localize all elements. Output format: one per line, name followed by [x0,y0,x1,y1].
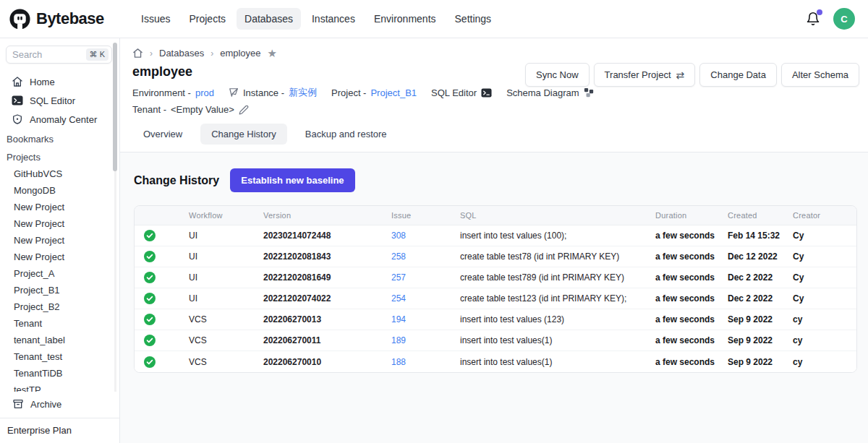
issue-link[interactable]: 257 [391,272,406,283]
issue-link[interactable]: 194 [391,314,406,324]
sidebar-item-sql-editor[interactable]: SQL Editor [6,91,112,110]
sidebar-item-label: SQL Editor [30,95,75,106]
breadcrumb-home-icon[interactable] [132,48,143,59]
workflow-cell: UI [189,231,263,241]
sidebar-project-item[interactable]: Tenant_test [6,348,112,365]
tab-overview[interactable]: Overview [132,124,193,145]
workflow-cell: VCS [189,314,263,324]
table-body: UI 20230214072448 308 insert into test v… [135,225,856,372]
version-cell: 20230214072448 [263,231,391,241]
sidebar-project-item[interactable]: GitHubVCS [6,165,112,182]
breadcrumb-separator: › [150,48,153,59]
nav-item-issues[interactable]: Issues [133,8,178,30]
workflow-cell: UI [189,251,263,262]
top-navigation: IssuesProjectsDatabasesInstancesEnvironm… [133,8,499,30]
column-header: Created [728,211,793,220]
column-header: Issue [391,211,460,220]
nav-item-databases[interactable]: Databases [237,8,301,30]
sidebar-item-label: Anomaly Center [30,114,97,125]
sidebar-item-label: Archive [30,399,61,410]
issue-link[interactable]: 188 [391,357,406,367]
tab-change-history[interactable]: Change History [200,124,287,145]
meta-schema-diagram[interactable]: Schema Diagram [506,87,593,98]
meta-environment: Environment - prod [132,87,214,98]
issue-link[interactable]: 254 [391,293,406,304]
edit-pencil-icon[interactable] [239,105,249,115]
user-avatar[interactable]: C [833,8,855,30]
issue-cell: 258 [391,251,460,262]
sidebar-item-archive[interactable]: Archive [0,392,119,418]
sidebar-item-home[interactable]: Home [6,72,112,91]
status-cell [135,230,189,241]
search-shortcut-kbd: ⌘ K [86,48,109,61]
sidebar-project-item[interactable]: Tenant [6,315,112,332]
environment-link[interactable]: prod [195,87,214,98]
success-check-icon [144,314,156,325]
sidebar-project-item[interactable]: New Project [6,199,112,215]
creator-cell: cy [793,335,856,345]
main-area: › Databases › employee ★ employee Enviro… [120,38,868,443]
meta-label: Schema Diagram [506,87,579,98]
sidebar-project-item[interactable]: Project_A [6,265,112,282]
issue-link[interactable]: 189 [391,335,406,345]
sidebar-project-item[interactable]: MongoDB [6,182,112,199]
sidebar-project-item[interactable]: tenant_label [6,332,112,348]
sidebar-item-anomaly-center[interactable]: Anomaly Center [6,110,112,129]
column-header: Duration [655,211,728,220]
transfer-project-button[interactable]: Transfer Project ⇄ [594,63,696,87]
bookmark-star-icon[interactable]: ★ [268,48,277,59]
meta-instance: Instance - 新实例 [229,86,317,99]
version-cell: 202206270011 [263,335,391,345]
search-box[interactable]: ⌘ K [6,46,112,64]
version-cell: 20221202081649 [263,272,391,283]
sidebar-project-item[interactable]: New Project [6,232,112,249]
meta-label: Tenant - [132,104,166,115]
table-row: UI 20221202081843 258 create table test7… [135,246,856,267]
notifications-bell-icon[interactable] [806,12,820,26]
meta-label: Instance - [243,87,284,98]
tab-backup-and-restore[interactable]: Backup and restore [294,124,398,145]
workflow-cell: UI [189,272,263,283]
establish-baseline-button[interactable]: Establish new baseline [230,168,354,192]
sql-cell: create table test789 (id int PRIMARY KEY… [460,272,655,283]
sidebar-project-item[interactable]: TenantTiDB [6,365,112,382]
nav-item-instances[interactable]: Instances [304,8,363,30]
status-cell [135,272,189,283]
change-data-button[interactable]: Change Data [699,63,777,87]
nav-item-settings[interactable]: Settings [447,8,500,30]
sql-cell: insert into test values (100); [460,231,655,241]
workflow-cell: VCS [189,335,263,345]
sidebar-project-item[interactable]: New Project [6,215,112,232]
issue-cell: 254 [391,293,460,304]
meta-sql-editor[interactable]: SQL Editor [431,87,492,98]
notification-dot [817,9,822,15]
alter-schema-button[interactable]: Alter Schema [781,63,859,87]
duration-cell: a few seconds [655,293,728,304]
sidebar: ⌘ K Home SQL Editor [0,38,120,443]
sidebar-project-item[interactable]: Project_B2 [6,298,112,315]
sidebar-item-label: Home [30,77,55,87]
created-cell: Dec 2 2022 [728,272,793,283]
nav-item-environments[interactable]: Environments [366,8,444,30]
version-cell: 20221202081843 [263,251,391,262]
breadcrumb-databases[interactable]: Databases [159,48,204,59]
table-row: UI 20221202081649 257 create table test7… [135,267,856,288]
sidebar-scrollbar-thumb[interactable] [113,43,117,171]
sidebar-project-item[interactable]: Project_B1 [6,282,112,298]
project-link[interactable]: Project_B1 [370,87,417,98]
nav-item-projects[interactable]: Projects [181,8,234,30]
issue-link[interactable]: 308 [391,231,406,241]
sidebar-project-item[interactable]: New Project [6,249,112,265]
issue-link[interactable]: 258 [391,251,406,262]
breadcrumb-employee[interactable]: employee [220,48,260,59]
instance-link[interactable]: 新实例 [289,86,317,99]
sync-now-button[interactable]: Sync Now [525,63,590,87]
bytebase-logo[interactable]: Bytebase [9,8,122,30]
search-input[interactable] [12,49,75,60]
column-header: Version [263,211,391,220]
sidebar-project-list: GitHubVCSMongoDBNew ProjectNew ProjectNe… [6,165,112,415]
created-cell: Dec 2 2022 [728,293,793,304]
content-area: Change History Establish new baseline Wo… [120,152,868,443]
brand-name: Bytebase [36,9,104,28]
success-check-icon [144,251,156,262]
